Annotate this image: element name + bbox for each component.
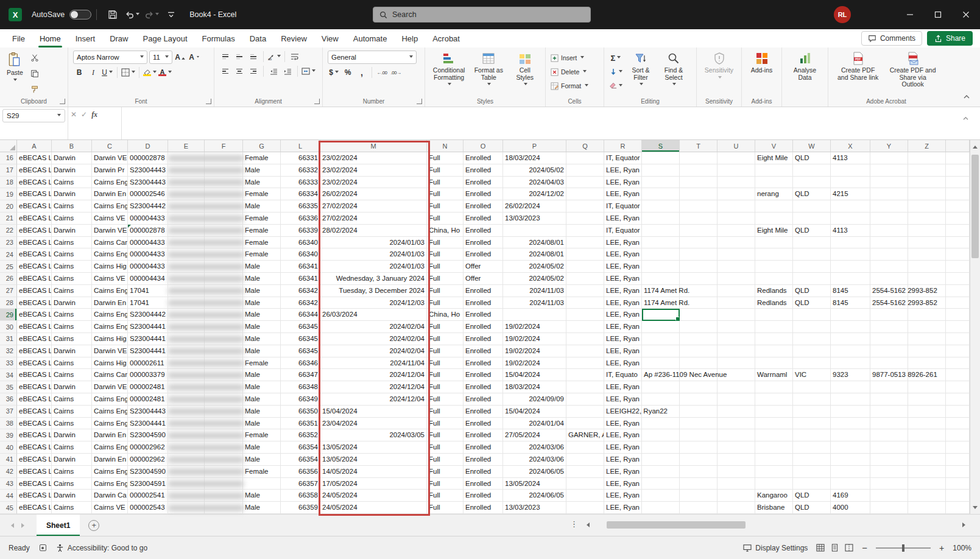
cell-M36[interactable]: 2024/12/04 — [320, 393, 427, 406]
cell-D38[interactable]: S23004441 — [128, 418, 168, 430]
cell-E26[interactable] — [168, 273, 205, 285]
cell-Y43[interactable] — [870, 478, 908, 490]
cell-C39[interactable]: Darwin En — [92, 429, 128, 441]
cell-P17[interactable]: 2024/05/02 — [503, 164, 566, 177]
cell-G38[interactable]: Male — [243, 418, 281, 430]
cell-O20[interactable]: Enrolled — [464, 200, 503, 213]
cell-R24[interactable]: LEE, Ryan — [604, 248, 642, 261]
conditional-formatting-button[interactable]: Conditional Formatting — [430, 51, 468, 88]
cell-Q20[interactable] — [566, 200, 604, 213]
cell-L44[interactable]: 66358 — [281, 490, 320, 502]
cell-T43[interactable] — [680, 478, 717, 490]
cell-F40[interactable] — [205, 441, 243, 454]
cell-C44[interactable]: Darwin Ca — [92, 490, 128, 502]
row-header-25[interactable]: 25 — [0, 261, 17, 273]
orientation-button[interactable]: ab — [267, 51, 281, 63]
cell-Q21[interactable] — [566, 213, 604, 225]
cell-C36[interactable]: Cairns Eng — [92, 393, 128, 406]
cell-U44[interactable] — [717, 490, 755, 502]
cell-N26[interactable]: Full — [427, 273, 464, 285]
cell-L37[interactable]: 66350 — [281, 406, 320, 418]
insert-function-icon[interactable]: fx — [91, 110, 97, 119]
cell-W36[interactable] — [793, 393, 831, 406]
cell-G28[interactable]: Male — [243, 297, 281, 309]
sheet-more-icon[interactable]: ⋮ — [570, 519, 578, 529]
cell-R45[interactable]: LEE, Ryan — [604, 502, 642, 514]
cell-N33[interactable]: Full — [427, 357, 464, 370]
cell-C30[interactable]: Cairns Eng — [92, 321, 128, 333]
cell-W38[interactable] — [793, 418, 831, 430]
row-header-23[interactable]: 23 — [0, 237, 17, 249]
cell-A21[interactable]: eBECAS La — [17, 213, 52, 225]
confirm-entry-icon[interactable]: ✓ — [81, 110, 87, 119]
cell-U20[interactable] — [717, 200, 755, 213]
cell-S35[interactable] — [642, 381, 680, 393]
cell-E37[interactable] — [168, 406, 205, 418]
cell-M24[interactable]: 2024/01/03 — [320, 248, 427, 261]
cell-G21[interactable]: Female — [243, 213, 281, 225]
cell-R20[interactable]: IT, Equator — [604, 200, 642, 213]
cell-Z36[interactable] — [908, 393, 946, 406]
cell-Q45[interactable] — [566, 502, 604, 514]
cell-A36[interactable]: eBECAS La — [17, 393, 52, 406]
cell-Q33[interactable] — [566, 357, 604, 370]
cell-D17[interactable]: S23004443 — [128, 164, 168, 177]
cell-D29[interactable]: S23004442 — [128, 309, 168, 321]
cell-X25[interactable] — [831, 261, 870, 273]
row-header-20[interactable]: 20 — [0, 200, 17, 213]
autosum-button[interactable]: Σ — [609, 52, 622, 64]
cell-M17[interactable]: 23/02/2024 — [320, 164, 427, 177]
cell-F17[interactable] — [205, 164, 243, 177]
cell-E17[interactable] — [168, 164, 205, 177]
cell-G18[interactable]: Male — [243, 177, 281, 189]
cell-N40[interactable]: Full — [427, 441, 464, 454]
align-middle-button[interactable] — [233, 51, 245, 63]
cell-Y17[interactable] — [870, 164, 908, 177]
cell-W28[interactable]: QLD — [793, 297, 831, 309]
cell-D43[interactable]: S23004591 — [128, 478, 168, 490]
cell-V21[interactable] — [755, 213, 793, 225]
cell-G19[interactable]: Female — [243, 188, 281, 200]
cell-Q19[interactable] — [566, 188, 604, 200]
cell-S40[interactable] — [642, 441, 680, 454]
cell-T18[interactable] — [680, 177, 717, 189]
cell-Z26[interactable] — [908, 273, 946, 285]
cell-F22[interactable] — [205, 225, 243, 237]
cell-P35[interactable]: 18/03/2024 — [503, 381, 566, 393]
cell-Q22[interactable] — [566, 225, 604, 237]
cell-stub21[interactable] — [946, 213, 970, 225]
cell-U27[interactable] — [717, 285, 755, 297]
tab-home[interactable]: Home — [32, 29, 68, 47]
cell-V39[interactable] — [755, 429, 793, 441]
cell-M38[interactable]: 23/04/2024 — [320, 418, 427, 430]
cell-M35[interactable]: 2024/12/04 — [320, 381, 427, 393]
cell-L24[interactable]: 66340 — [281, 248, 320, 261]
cell-R36[interactable]: LEE, Ryan — [604, 393, 642, 406]
cell-Z22[interactable] — [908, 225, 946, 237]
cell-P31[interactable]: 19/02/2024 — [503, 333, 566, 345]
cell-D45[interactable]: 000002543 — [128, 502, 168, 514]
row-header-36[interactable]: 36 — [0, 393, 17, 406]
cell-D23[interactable]: 000004433 — [128, 237, 168, 249]
save-icon[interactable] — [104, 6, 121, 23]
wrap-text-button[interactable] — [289, 51, 301, 63]
column-header-R[interactable]: R — [604, 140, 642, 152]
cell-Q26[interactable] — [566, 273, 604, 285]
cell-S45[interactable] — [642, 502, 680, 514]
cell-P37[interactable]: 15/04/2024 — [503, 406, 566, 418]
cell-N17[interactable]: Full — [427, 164, 464, 177]
cell-R35[interactable]: LEE, Ryan — [604, 381, 642, 393]
cell-U35[interactable] — [717, 381, 755, 393]
cell-C27[interactable]: Cairns Eng — [92, 285, 128, 297]
cell-M16[interactable]: 23/02/2024 — [320, 152, 427, 164]
cell-styles-button[interactable]: Cell Styles — [509, 51, 540, 88]
font-dialog-launcher[interactable] — [206, 99, 211, 104]
cell-X22[interactable]: 4113 — [831, 225, 870, 237]
cell-U39[interactable] — [717, 429, 755, 441]
cell-S44[interactable] — [642, 490, 680, 502]
cell-stub16[interactable] — [946, 152, 970, 164]
cell-R30[interactable]: LEE, Ryan — [604, 321, 642, 333]
cell-C40[interactable]: Cairns Eng — [92, 441, 128, 454]
cell-R16[interactable]: IT, Equator — [604, 152, 642, 164]
cell-E38[interactable] — [168, 418, 205, 430]
